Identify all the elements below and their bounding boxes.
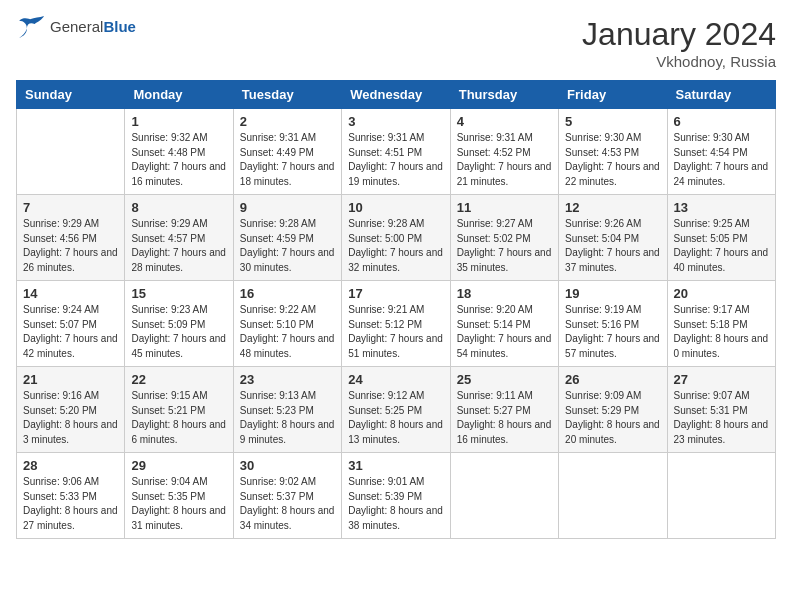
sunrise-label: Sunrise: 9:13 AM xyxy=(240,390,316,401)
day-number: 5 xyxy=(565,114,660,129)
calendar-cell: 19 Sunrise: 9:19 AM Sunset: 5:16 PM Dayl… xyxy=(559,281,667,367)
daylight-label: Daylight: 7 hours and 48 minutes. xyxy=(240,333,335,359)
calendar-cell: 10 Sunrise: 9:28 AM Sunset: 5:00 PM Dayl… xyxy=(342,195,450,281)
title-block: January 2024 Vkhodnoy, Russia xyxy=(582,16,776,70)
calendar-cell: 24 Sunrise: 9:12 AM Sunset: 5:25 PM Dayl… xyxy=(342,367,450,453)
calendar-week-row: 28 Sunrise: 9:06 AM Sunset: 5:33 PM Dayl… xyxy=(17,453,776,539)
calendar-cell xyxy=(667,453,775,539)
day-number: 22 xyxy=(131,372,226,387)
day-number: 25 xyxy=(457,372,552,387)
cell-content: Sunrise: 9:24 AM Sunset: 5:07 PM Dayligh… xyxy=(23,303,118,361)
sunrise-label: Sunrise: 9:30 AM xyxy=(674,132,750,143)
sunrise-label: Sunrise: 9:24 AM xyxy=(23,304,99,315)
page-header: GeneralBlue January 2024 Vkhodnoy, Russi… xyxy=(16,16,776,70)
sunrise-label: Sunrise: 9:28 AM xyxy=(240,218,316,229)
calendar-table: SundayMondayTuesdayWednesdayThursdayFrid… xyxy=(16,80,776,539)
calendar-cell: 12 Sunrise: 9:26 AM Sunset: 5:04 PM Dayl… xyxy=(559,195,667,281)
logo-text: GeneralBlue xyxy=(50,18,136,36)
day-number: 20 xyxy=(674,286,769,301)
day-of-week-header: Friday xyxy=(559,81,667,109)
calendar-cell: 28 Sunrise: 9:06 AM Sunset: 5:33 PM Dayl… xyxy=(17,453,125,539)
sunrise-label: Sunrise: 9:31 AM xyxy=(348,132,424,143)
calendar-week-row: 21 Sunrise: 9:16 AM Sunset: 5:20 PM Dayl… xyxy=(17,367,776,453)
sunrise-label: Sunrise: 9:20 AM xyxy=(457,304,533,315)
sunrise-label: Sunrise: 9:01 AM xyxy=(348,476,424,487)
day-of-week-header: Tuesday xyxy=(233,81,341,109)
day-number: 27 xyxy=(674,372,769,387)
sunset-label: Sunset: 4:49 PM xyxy=(240,147,314,158)
sunrise-label: Sunrise: 9:04 AM xyxy=(131,476,207,487)
day-number: 2 xyxy=(240,114,335,129)
day-number: 28 xyxy=(23,458,118,473)
sunset-label: Sunset: 5:21 PM xyxy=(131,405,205,416)
cell-content: Sunrise: 9:15 AM Sunset: 5:21 PM Dayligh… xyxy=(131,389,226,447)
day-of-week-header: Saturday xyxy=(667,81,775,109)
calendar-cell: 8 Sunrise: 9:29 AM Sunset: 4:57 PM Dayli… xyxy=(125,195,233,281)
daylight-label: Daylight: 8 hours and 27 minutes. xyxy=(23,505,118,531)
sunset-label: Sunset: 5:29 PM xyxy=(565,405,639,416)
sunset-label: Sunset: 5:10 PM xyxy=(240,319,314,330)
calendar-cell: 2 Sunrise: 9:31 AM Sunset: 4:49 PM Dayli… xyxy=(233,109,341,195)
calendar-cell: 21 Sunrise: 9:16 AM Sunset: 5:20 PM Dayl… xyxy=(17,367,125,453)
logo-bird-icon xyxy=(16,16,44,38)
calendar-cell: 9 Sunrise: 9:28 AM Sunset: 4:59 PM Dayli… xyxy=(233,195,341,281)
calendar-cell: 26 Sunrise: 9:09 AM Sunset: 5:29 PM Dayl… xyxy=(559,367,667,453)
day-number: 15 xyxy=(131,286,226,301)
cell-content: Sunrise: 9:01 AM Sunset: 5:39 PM Dayligh… xyxy=(348,475,443,533)
logo-general: General xyxy=(50,18,103,35)
calendar-cell: 27 Sunrise: 9:07 AM Sunset: 5:31 PM Dayl… xyxy=(667,367,775,453)
sunset-label: Sunset: 5:31 PM xyxy=(674,405,748,416)
daylight-label: Daylight: 7 hours and 57 minutes. xyxy=(565,333,660,359)
sunset-label: Sunset: 5:33 PM xyxy=(23,491,97,502)
sunset-label: Sunset: 4:51 PM xyxy=(348,147,422,158)
sunrise-label: Sunrise: 9:28 AM xyxy=(348,218,424,229)
cell-content: Sunrise: 9:20 AM Sunset: 5:14 PM Dayligh… xyxy=(457,303,552,361)
cell-content: Sunrise: 9:29 AM Sunset: 4:57 PM Dayligh… xyxy=(131,217,226,275)
sunrise-label: Sunrise: 9:02 AM xyxy=(240,476,316,487)
calendar-title: January 2024 xyxy=(582,16,776,53)
calendar-cell xyxy=(450,453,558,539)
sunset-label: Sunset: 5:14 PM xyxy=(457,319,531,330)
sunrise-label: Sunrise: 9:19 AM xyxy=(565,304,641,315)
cell-content: Sunrise: 9:19 AM Sunset: 5:16 PM Dayligh… xyxy=(565,303,660,361)
daylight-label: Daylight: 7 hours and 37 minutes. xyxy=(565,247,660,273)
sunset-label: Sunset: 4:48 PM xyxy=(131,147,205,158)
calendar-cell: 5 Sunrise: 9:30 AM Sunset: 4:53 PM Dayli… xyxy=(559,109,667,195)
daylight-label: Daylight: 7 hours and 45 minutes. xyxy=(131,333,226,359)
calendar-cell xyxy=(559,453,667,539)
day-number: 11 xyxy=(457,200,552,215)
calendar-cell: 29 Sunrise: 9:04 AM Sunset: 5:35 PM Dayl… xyxy=(125,453,233,539)
sunset-label: Sunset: 4:59 PM xyxy=(240,233,314,244)
sunrise-label: Sunrise: 9:09 AM xyxy=(565,390,641,401)
sunset-label: Sunset: 4:52 PM xyxy=(457,147,531,158)
sunrise-label: Sunrise: 9:07 AM xyxy=(674,390,750,401)
sunrise-label: Sunrise: 9:15 AM xyxy=(131,390,207,401)
daylight-label: Daylight: 7 hours and 42 minutes. xyxy=(23,333,118,359)
cell-content: Sunrise: 9:30 AM Sunset: 4:54 PM Dayligh… xyxy=(674,131,769,189)
day-number: 18 xyxy=(457,286,552,301)
calendar-location: Vkhodnoy, Russia xyxy=(582,53,776,70)
cell-content: Sunrise: 9:07 AM Sunset: 5:31 PM Dayligh… xyxy=(674,389,769,447)
day-number: 23 xyxy=(240,372,335,387)
sunset-label: Sunset: 5:37 PM xyxy=(240,491,314,502)
daylight-label: Daylight: 7 hours and 54 minutes. xyxy=(457,333,552,359)
sunset-label: Sunset: 5:07 PM xyxy=(23,319,97,330)
sunrise-label: Sunrise: 9:26 AM xyxy=(565,218,641,229)
day-number: 13 xyxy=(674,200,769,215)
cell-content: Sunrise: 9:06 AM Sunset: 5:33 PM Dayligh… xyxy=(23,475,118,533)
calendar-cell: 17 Sunrise: 9:21 AM Sunset: 5:12 PM Dayl… xyxy=(342,281,450,367)
calendar-cell: 4 Sunrise: 9:31 AM Sunset: 4:52 PM Dayli… xyxy=(450,109,558,195)
daylight-label: Daylight: 8 hours and 31 minutes. xyxy=(131,505,226,531)
sunset-label: Sunset: 5:12 PM xyxy=(348,319,422,330)
calendar-cell: 30 Sunrise: 9:02 AM Sunset: 5:37 PM Dayl… xyxy=(233,453,341,539)
calendar-cell: 13 Sunrise: 9:25 AM Sunset: 5:05 PM Dayl… xyxy=(667,195,775,281)
sunset-label: Sunset: 4:57 PM xyxy=(131,233,205,244)
cell-content: Sunrise: 9:28 AM Sunset: 5:00 PM Dayligh… xyxy=(348,217,443,275)
sunset-label: Sunset: 5:05 PM xyxy=(674,233,748,244)
sunset-label: Sunset: 5:00 PM xyxy=(348,233,422,244)
day-number: 21 xyxy=(23,372,118,387)
cell-content: Sunrise: 9:04 AM Sunset: 5:35 PM Dayligh… xyxy=(131,475,226,533)
daylight-label: Daylight: 7 hours and 28 minutes. xyxy=(131,247,226,273)
day-number: 9 xyxy=(240,200,335,215)
cell-content: Sunrise: 9:11 AM Sunset: 5:27 PM Dayligh… xyxy=(457,389,552,447)
